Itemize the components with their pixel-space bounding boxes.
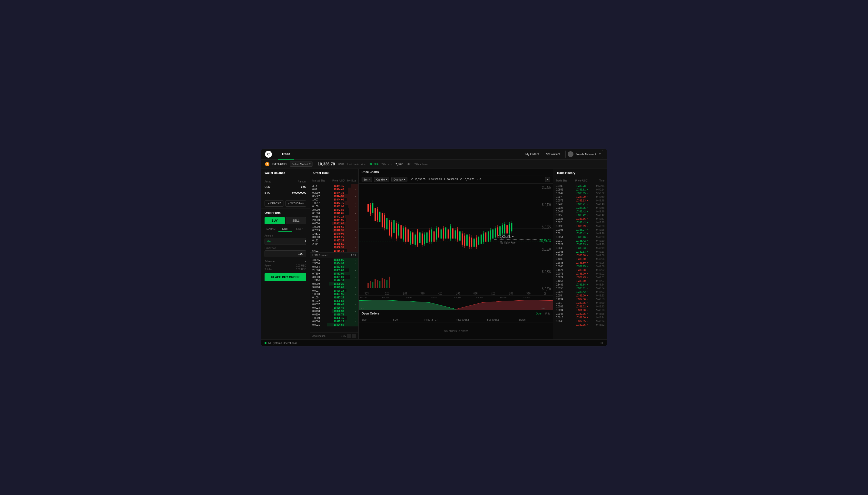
th-row[interactable]: 0.2968 10336.80 ↗ 9:49:06 bbox=[553, 254, 607, 257]
oo-tab-fills[interactable]: Fills bbox=[545, 312, 550, 315]
th-row[interactable]: 0.0463 10336.71 ↗ 9:49:48 bbox=[553, 202, 607, 206]
deposit-button[interactable]: ⊕ DEPOSIT bbox=[264, 201, 284, 207]
max-prefix[interactable]: Max bbox=[265, 239, 273, 244]
ob-bid-row[interactable]: 0.001 10328.15 - bbox=[310, 289, 358, 292]
ob-ask-row[interactable]: 5.601 10336.30 - bbox=[310, 249, 358, 252]
ob-ask-row[interactable]: 0.5922 10344.30 - bbox=[310, 194, 358, 198]
ob-bid-row[interactable]: 0.100 10327.25 - bbox=[310, 296, 358, 299]
th-row[interactable]: 0.001 10338.42 ↗ 9:49:26 bbox=[553, 232, 607, 235]
ob-ask-row[interactable]: 1.4371 10340.00 - bbox=[310, 232, 358, 235]
th-row[interactable]: 0.0023 10336.66 ↗ 9:49:37 bbox=[553, 217, 607, 221]
th-row[interactable]: 0.0083 10331.02 ↗ 9:48:43 bbox=[553, 305, 607, 308]
th-row[interactable]: 0.0234 10331.00 ↗ 9:48:28 bbox=[553, 308, 607, 312]
th-row[interactable]: 0.0016 10331.00 ↗ 9:48:24 bbox=[553, 316, 607, 319]
th-row[interactable]: 0.0046 10339.25 ↗ 9:49:06 bbox=[553, 264, 607, 268]
th-row[interactable]: 0.0076 10335.00 ↗ 9:49:02 bbox=[553, 272, 607, 275]
th-row[interactable]: 0.007 10338.42 ↗ 9:45:35 bbox=[553, 221, 607, 224]
th-row[interactable]: 0.0023 10333.42 ↗ 9:48:53 bbox=[553, 290, 607, 294]
overlay-select[interactable]: Overlay ▾ bbox=[391, 177, 407, 182]
ob-ask-row[interactable]: 2.0000 10341.95 - bbox=[310, 218, 358, 222]
th-row[interactable]: 0.0045 10339.33 ↗ 9:49:13 bbox=[553, 250, 607, 254]
chart-type-select[interactable]: Candle ▾ bbox=[374, 177, 389, 182]
ob-ask-row[interactable]: 0.100 10342.90 - bbox=[310, 205, 358, 208]
ob-ask-row[interactable]: 1.007 10344.00 - bbox=[310, 198, 358, 201]
ob-ask-row[interactable]: 3.14 10344.45 - bbox=[310, 184, 358, 188]
gear-icon[interactable]: ⚙ bbox=[600, 341, 604, 345]
ob-bid-row[interactable]: 0.0500 10325.75 - bbox=[310, 313, 358, 316]
th-row[interactable]: 0.0102 10336.78 ↗ 9:50:15 bbox=[553, 184, 607, 188]
ob-bid-row[interactable]: 0.1022 10326.50 - bbox=[310, 299, 358, 303]
market-tab[interactable]: MARKET bbox=[264, 226, 278, 232]
ob-bid-row[interactable]: 3.0268 10329.00 - bbox=[310, 286, 358, 289]
withdraw-button[interactable]: ⊖ WITHDRAW bbox=[285, 201, 306, 207]
chart-right-nav[interactable]: ▶ bbox=[545, 177, 550, 182]
ob-ask-row[interactable]: 0.132 10337.35 - bbox=[310, 239, 358, 242]
ob-ask-row[interactable]: 3.0000 10339.25 - bbox=[310, 235, 358, 239]
ob-bid-row[interactable]: 1.0000 10327.95 - bbox=[310, 292, 358, 296]
amount-input[interactable] bbox=[273, 238, 306, 244]
th-row[interactable]: 0.3442 10333.84 ↗ 9:48:54 bbox=[553, 283, 607, 287]
th-row[interactable]: 0.0023 10338.05 ↗ 9:49:48 bbox=[553, 206, 607, 210]
ob-ask-row[interactable]: 1.0000 10340.65 - bbox=[310, 225, 358, 228]
nav-my-wallets[interactable]: My Wallets bbox=[542, 151, 563, 157]
oo-tab-open[interactable]: Open bbox=[536, 312, 542, 315]
stop-tab[interactable]: STOP bbox=[292, 226, 306, 232]
th-row[interactable]: 0.0024 10329.43 ↗ 9:49:01 bbox=[553, 275, 607, 279]
th-row[interactable]: 10332.95 ↗ 9:48:22 bbox=[553, 323, 607, 327]
th-row[interactable]: 0.0093 10336.69 ↗ 9:49:30 bbox=[553, 224, 607, 228]
th-row[interactable]: 0.4000 10336.80 ↗ 9:49:06 bbox=[553, 257, 607, 261]
th-row[interactable]: 0.0047 10338.05 ↗ 9:50:02 bbox=[553, 191, 607, 195]
ob-bid-row[interactable]: 4.0045 10335.05 - bbox=[310, 258, 358, 262]
th-row[interactable]: 0.001 10332.95 ↗ 9:48:50 bbox=[553, 301, 607, 305]
ob-bid-row[interactable]: 0.0984 10333.50 - bbox=[310, 265, 358, 269]
ob-ask-row[interactable]: 0.7599 10340.35 - bbox=[310, 228, 358, 232]
limit-tab[interactable]: LIMIT bbox=[278, 226, 292, 232]
select-market[interactable]: Select Market ▾ bbox=[290, 161, 313, 167]
th-row[interactable]: 0.005 10333.00 ↗ 9:48:53 bbox=[553, 294, 607, 297]
ob-ask-row[interactable]: 1.0047 10343.75 - bbox=[310, 201, 358, 205]
ob-bid-row[interactable]: 0.0037 10326.45 - bbox=[310, 303, 358, 306]
ob-ask-row[interactable]: 2.0000 10342.85 - bbox=[310, 208, 358, 211]
th-row[interactable]: 0.1094 10332.96 ↗ 9:48:53 bbox=[553, 297, 607, 301]
ob-ask-row[interactable]: 0.1000 10342.65 - bbox=[310, 211, 358, 215]
ob-bid-row[interactable]: 0.7599 10332.90 - bbox=[310, 272, 358, 275]
ob-bid-row[interactable]: 1.0000 10325.45 - bbox=[310, 316, 358, 320]
th-row[interactable]: 0.0093 10338.27 ↗ 9:49:28 bbox=[553, 228, 607, 232]
th-row[interactable]: 0.0048 10332.95 ↗ 9:48:28 bbox=[553, 312, 607, 316]
th-row[interactable]: 0.1667 10333.60 ↗ 9:48:57 bbox=[553, 279, 607, 283]
ob-bid-row[interactable]: 1.2904 10329.35 - bbox=[310, 279, 358, 282]
th-row[interactable]: 0.0046 10339.33 ↗ 9:49:19 bbox=[553, 246, 607, 250]
sell-tab[interactable]: SELL bbox=[286, 217, 307, 224]
th-row[interactable]: 0.0463 10338.42 ↗ 9:49:48 bbox=[553, 210, 607, 214]
nav-my-orders[interactable]: My Orders bbox=[522, 151, 542, 157]
ob-bid-row[interactable]: 0.6168 10326.30 - bbox=[310, 309, 358, 313]
th-row[interactable]: 0.2933 10336.80 ↗ 9:49:06 bbox=[553, 261, 607, 264]
ob-bid-row[interactable]: 3.0000 10331.00 - bbox=[310, 275, 358, 279]
ob-bid-row[interactable]: 0.0999 10329.25 - bbox=[310, 282, 358, 286]
th-row[interactable]: 0.0046 10332.95 ↗ 9:48:24 bbox=[553, 319, 607, 323]
advanced-row[interactable]: Advanced ▾ bbox=[261, 259, 310, 264]
ob-ask-row[interactable]: 0.01 10344.40 - bbox=[310, 188, 358, 191]
ob-ask-row[interactable]: 0.0688 10342.15 - bbox=[310, 215, 358, 218]
ob-bid-row[interactable]: 0.0021 10324.50 - bbox=[310, 323, 358, 326]
th-row[interactable]: 0.0952 10336.81 ↗ 9:50:14 bbox=[553, 188, 607, 191]
ob-ask-row[interactable]: 2.414 10336.55 - bbox=[310, 242, 358, 245]
ob-bid-row[interactable]: 2.5000 10334.95 - bbox=[310, 262, 358, 265]
nav-tab-trade[interactable]: Trade bbox=[278, 149, 294, 159]
nav-user[interactable]: Satoshi Nakamoto ▾ bbox=[566, 150, 603, 158]
ob-ask-row[interactable]: 0.2999 10344.35 - bbox=[310, 191, 358, 194]
place-order-button[interactable]: PLACE BUY ORDER bbox=[264, 273, 306, 281]
ob-ask-row[interactable]: 10336.35 - bbox=[310, 245, 358, 249]
agg-minus-button[interactable]: − bbox=[347, 334, 351, 338]
th-row[interactable]: 0.007 10335.29 ↗ 9:49:49 bbox=[553, 195, 607, 199]
th-row[interactable]: 0.0353 10333.01 ↗ 9:48:54 bbox=[553, 287, 607, 290]
ob-bid-row[interactable]: 25.300 10333.00 - bbox=[310, 269, 358, 272]
th-row[interactable]: 0.0076 10335.13 ↗ 9:49:48 bbox=[553, 199, 607, 202]
th-row[interactable]: 0.0027 10338.63 ↗ 9:49:20 bbox=[553, 243, 607, 246]
timeframe-select[interactable]: 5m ▾ bbox=[362, 177, 372, 182]
th-row[interactable]: 0.005 10338.42 ↗ 9:49:42 bbox=[553, 214, 607, 217]
limit-price-input[interactable] bbox=[265, 251, 304, 257]
th-row[interactable]: 0.011 10338.42 ↗ 9:49:20 bbox=[553, 239, 607, 243]
th-row[interactable]: 0.1821 10336.98 ↗ 9:49:02 bbox=[553, 268, 607, 272]
ob-bid-row[interactable]: 0.0023 10326.40 - bbox=[310, 306, 358, 309]
